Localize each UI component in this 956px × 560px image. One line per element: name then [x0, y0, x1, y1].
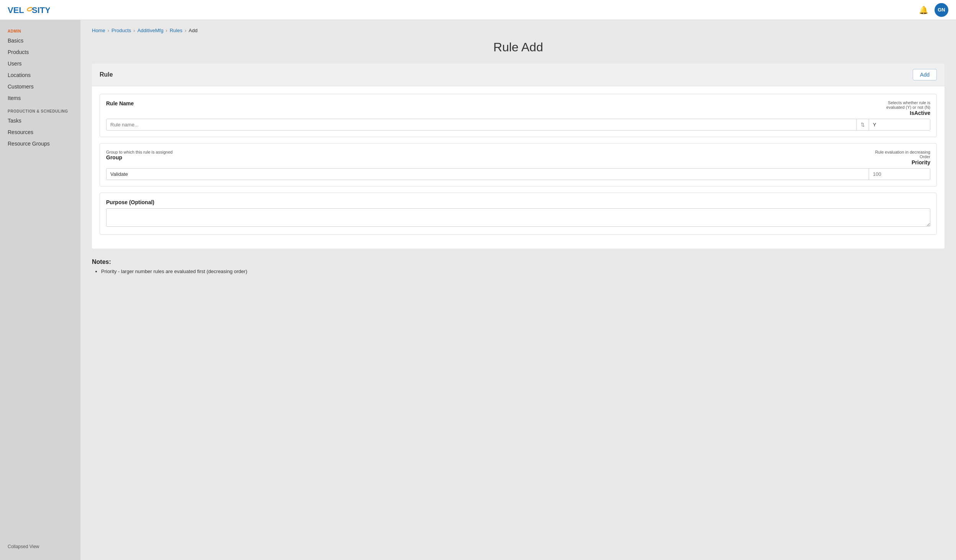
rule-name-section: Rule Name Selects whether rule is evalua… [100, 94, 937, 137]
breadcrumb-sep-1: › [108, 28, 109, 33]
user-avatar[interactable]: GN [935, 3, 948, 17]
sidebar-item-users[interactable]: Users [0, 58, 80, 69]
breadcrumb-additivemfg[interactable]: AdditiveMfg [138, 28, 164, 33]
card-header: Rule Add [92, 64, 945, 86]
notes-title: Notes: [92, 259, 945, 265]
sidebar-top: ADMIN Basics Products Users Locations Cu… [0, 26, 80, 149]
sidebar-item-tasks[interactable]: Tasks [0, 115, 80, 126]
priority-input[interactable] [869, 169, 930, 180]
isactive-label: IsActive [910, 110, 930, 116]
isactive-desc-1: Selects whether rule is [869, 100, 930, 105]
rule-name-input[interactable] [106, 119, 856, 130]
rule-name-header: Rule Name Selects whether rule is evalua… [106, 100, 930, 116]
priority-desc-2: Order [869, 154, 930, 159]
admin-section-label: ADMIN [0, 26, 80, 35]
notes-list: Priority - larger number rules are evalu… [92, 269, 945, 274]
sidebar-item-customers[interactable]: Customers [0, 81, 80, 92]
group-input[interactable] [106, 169, 869, 180]
isactive-input[interactable] [869, 119, 930, 130]
isactive-labels: Selects whether rule is evaluated (Y) or… [869, 100, 930, 116]
main-content: Home › Products › AdditiveMfg › Rules › … [80, 20, 956, 560]
rule-card: Rule Add Rule Name Selects whether rule … [92, 64, 945, 249]
breadcrumb: Home › Products › AdditiveMfg › Rules › … [92, 28, 945, 33]
logo-area: VEL SITY [8, 4, 50, 16]
notes-section: Notes: Priority - larger number rules ar… [92, 255, 945, 280]
breadcrumb-home[interactable]: Home [92, 28, 105, 33]
notes-item-1: Priority - larger number rules are evalu… [101, 269, 945, 274]
collapsed-view-button[interactable]: Collapsed View [0, 539, 80, 554]
svg-text:SITY: SITY [32, 5, 50, 15]
isactive-desc-2: evaluated (Y) or not (N) [869, 105, 930, 110]
purpose-label: Purpose (Optional) [106, 199, 930, 205]
bell-icon[interactable]: 🔔 [919, 5, 928, 15]
sidebar-item-basics[interactable]: Basics [0, 35, 80, 46]
layout: ADMIN Basics Products Users Locations Cu… [0, 20, 956, 560]
purpose-textarea[interactable] [106, 208, 930, 227]
breadcrumb-rules[interactable]: Rules [170, 28, 182, 33]
sidebar-item-items[interactable]: Items [0, 92, 80, 104]
group-label: Group [106, 154, 869, 160]
rule-name-label: Rule Name [106, 100, 869, 106]
group-priority-header: Group to which this rule is assigned Gro… [106, 150, 930, 166]
card-body: Rule Name Selects whether rule is evalua… [92, 86, 945, 249]
breadcrumb-products[interactable]: Products [111, 28, 131, 33]
breadcrumb-sep-3: › [166, 28, 167, 33]
breadcrumb-add: Add [189, 28, 198, 33]
logo-svg: VEL SITY [8, 4, 50, 16]
priority-labels: Rule evaluation in decreasing Order Prio… [869, 150, 930, 166]
svg-text:VEL: VEL [8, 5, 24, 15]
breadcrumb-sep-4: › [185, 28, 186, 33]
sidebar-item-resource-groups[interactable]: Resource Groups [0, 138, 80, 149]
card-title: Rule [100, 71, 113, 78]
top-header: VEL SITY 🔔 GN [0, 0, 956, 20]
breadcrumb-sep-2: › [133, 28, 135, 33]
sidebar-item-products[interactable]: Products [0, 46, 80, 58]
prod-section-label: PRODUCTION & SCHEDULING [0, 104, 80, 115]
group-desc: Group to which this rule is assigned [106, 150, 869, 154]
group-labels: Group to which this rule is assigned Gro… [106, 150, 869, 163]
group-priority-section: Group to which this rule is assigned Gro… [100, 143, 937, 187]
sidebar-item-resources[interactable]: Resources [0, 126, 80, 138]
sidebar-item-locations[interactable]: Locations [0, 69, 80, 81]
priority-label: Priority [912, 159, 930, 165]
group-priority-input-row [106, 168, 930, 180]
purpose-section: Purpose (Optional) [100, 193, 937, 235]
page-title: Rule Add [92, 40, 945, 54]
rule-name-labels: Rule Name [106, 100, 869, 109]
priority-desc-1: Rule evaluation in decreasing [869, 150, 930, 154]
header-right: 🔔 GN [919, 3, 948, 17]
sidebar: ADMIN Basics Products Users Locations Cu… [0, 20, 80, 560]
rule-name-input-row: ⇅ [106, 119, 930, 131]
sort-icon[interactable]: ⇅ [856, 119, 869, 130]
add-button[interactable]: Add [913, 69, 937, 80]
